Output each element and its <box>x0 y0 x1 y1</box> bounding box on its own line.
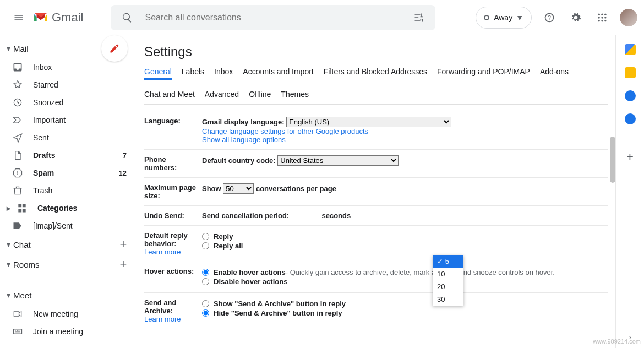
chevron-down-icon: ▾ <box>3 260 13 269</box>
tab-chat-meet[interactable]: Chat and Meet <box>144 90 195 102</box>
enable-hover-radio[interactable] <box>202 269 209 276</box>
country-code-select[interactable]: United States <box>277 155 399 166</box>
setting-label: Language: <box>144 117 202 144</box>
sidebar-item-sent[interactable]: Sent <box>0 129 137 146</box>
tab-accounts[interactable]: Accounts and Import <box>243 67 313 80</box>
tab-labels[interactable]: Labels <box>182 67 204 80</box>
nav-label: Categories <box>37 204 77 213</box>
contacts-icon[interactable] <box>625 113 636 124</box>
calendar-icon[interactable] <box>625 44 636 55</box>
status-label: Away <box>494 13 512 22</box>
undo-send-dropdown[interactable]: ✓ 5 10 20 30 <box>433 255 463 306</box>
undo-suffix: seconds <box>321 211 351 220</box>
rooms-section-header[interactable]: ▾ Rooms + <box>0 254 137 274</box>
svg-point-5 <box>598 17 600 18</box>
show-send-archive-label: Show "Send & Archive" button in reply <box>214 300 346 308</box>
chevron-down-icon: ▾ <box>3 44 13 53</box>
help-icon[interactable]: ? <box>537 6 561 30</box>
sidebar-item-starred[interactable]: Starred <box>0 76 137 94</box>
nav-label: Spam <box>33 168 54 177</box>
new-meeting-button[interactable]: New meeting <box>0 305 137 323</box>
learn-more-link[interactable]: Learn more <box>144 315 181 323</box>
important-icon <box>11 115 24 126</box>
settings-gear-icon[interactable] <box>564 6 588 30</box>
svg-text:!: ! <box>17 170 18 176</box>
sidebar-item-drafts[interactable]: Drafts7 <box>0 146 137 164</box>
learn-more-link[interactable]: Learn more <box>144 248 181 256</box>
setting-label: Hover actions: <box>144 267 202 287</box>
show-label: Show <box>202 184 221 193</box>
logo-text: Gmail <box>52 10 83 25</box>
sidebar-item-important[interactable]: Important <box>0 111 137 129</box>
undo-option-30[interactable]: 30 <box>433 293 463 306</box>
sidebar-item-imap-sent[interactable]: [Imap]/Sent <box>0 217 137 235</box>
nav-label: Join a meeting <box>33 327 83 336</box>
reply-all-radio[interactable] <box>202 242 209 249</box>
label-icon <box>11 220 24 231</box>
setting-undo-send: Undo Send: Send cancellation period: sec… <box>144 206 608 226</box>
join-meeting-button[interactable]: Join a meeting <box>0 323 137 340</box>
hide-send-archive-radio[interactable] <box>202 309 209 317</box>
sidebar-item-trash[interactable]: Trash <box>0 182 137 199</box>
add-addon-button[interactable]: + <box>626 150 634 164</box>
show-all-languages-link[interactable]: Show all language options <box>202 135 286 144</box>
meet-section-header[interactable]: ▾ Meet <box>0 285 137 305</box>
language-select[interactable]: English (US) <box>286 117 451 127</box>
enable-hover-label: Enable hover actions <box>214 268 286 276</box>
tab-themes[interactable]: Themes <box>281 90 309 102</box>
nav-label: Snoozed <box>33 98 63 107</box>
send-icon <box>11 132 24 143</box>
undo-option-20[interactable]: 20 <box>433 280 463 293</box>
pagesize-select[interactable]: 50 <box>223 183 254 194</box>
search-options-icon[interactable] <box>407 6 431 30</box>
svg-text:?: ? <box>548 14 551 21</box>
chat-section-header[interactable]: ▾ Chat + <box>0 235 137 254</box>
setting-pagesize: Maximum page size: Show 50 conversations… <box>144 178 608 206</box>
scrollbar-thumb[interactable] <box>610 137 615 183</box>
new-chat-button[interactable]: + <box>116 237 131 252</box>
undo-option-10[interactable]: 10 <box>433 268 463 280</box>
search-bar[interactable] <box>111 5 435 30</box>
gmail-logo[interactable]: Gmail <box>33 10 83 25</box>
setting-label: Maximum page size: <box>144 183 202 200</box>
apps-grid-icon[interactable] <box>590 6 614 30</box>
svg-rect-13 <box>14 329 22 334</box>
nav-label: Trash <box>33 186 52 195</box>
sidebar-item-categories[interactable]: ▸Categories <box>0 199 137 217</box>
sidebar-item-spam[interactable]: !Spam12 <box>0 164 137 182</box>
new-room-button[interactable]: + <box>116 257 131 271</box>
tab-advanced[interactable]: Advanced <box>205 90 239 102</box>
search-icon[interactable] <box>115 6 139 30</box>
show-send-archive-radio[interactable] <box>202 300 209 307</box>
undo-option-5[interactable]: ✓ 5 <box>433 255 463 268</box>
meet-section-label: Meet <box>13 291 31 300</box>
chevron-down-icon: ▼ <box>516 13 523 22</box>
tab-addons[interactable]: Add-ons <box>540 67 569 80</box>
setting-label: Phone numbers: <box>144 155 202 172</box>
reply-radio[interactable] <box>202 233 209 240</box>
status-chip[interactable]: Away ▼ <box>476 7 532 29</box>
tasks-icon[interactable] <box>625 90 636 101</box>
tab-offline[interactable]: Offline <box>249 90 271 102</box>
compose-button[interactable] <box>101 35 128 62</box>
display-language-label: Gmail display language: <box>202 118 285 126</box>
tab-forwarding[interactable]: Forwarding and POP/IMAP <box>437 67 530 80</box>
trash-icon <box>11 185 24 196</box>
tab-filters[interactable]: Filters and Blocked Addresses <box>324 67 427 80</box>
sidebar-item-snoozed[interactable]: Snoozed <box>0 94 137 111</box>
spam-icon: ! <box>11 167 24 178</box>
hide-send-archive-label: Hide "Send & Archive" button in reply <box>214 309 342 317</box>
account-avatar[interactable] <box>620 9 637 26</box>
search-input[interactable] <box>139 13 407 23</box>
svg-point-8 <box>598 20 600 21</box>
svg-point-6 <box>601 17 603 18</box>
watermark: www.989214.com <box>593 338 641 345</box>
keep-icon[interactable] <box>625 67 636 78</box>
tab-general[interactable]: General <box>144 67 172 80</box>
tab-inbox[interactable]: Inbox <box>214 67 233 80</box>
main-menu-button[interactable] <box>7 6 31 30</box>
setting-label: Undo Send: <box>144 211 202 220</box>
change-language-link[interactable]: Change language settings for other Googl… <box>202 127 368 135</box>
disable-hover-radio[interactable] <box>202 278 209 285</box>
draft-icon <box>11 150 24 161</box>
